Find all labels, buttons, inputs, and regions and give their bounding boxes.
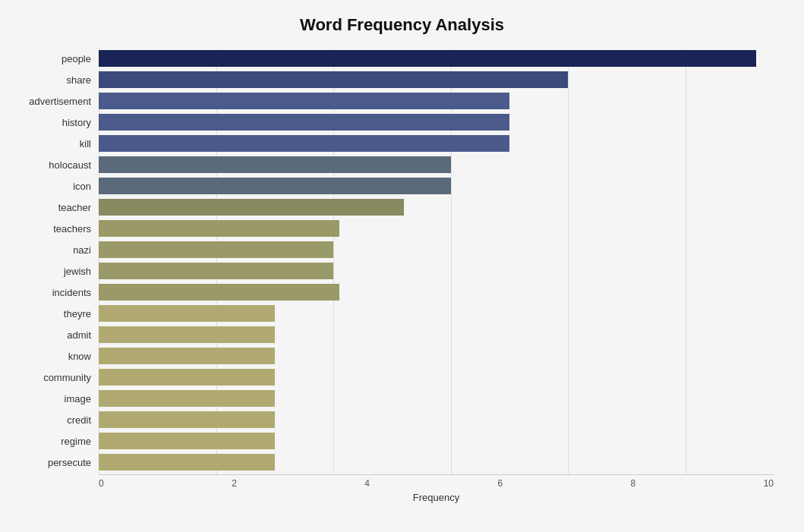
bars-wrapper: peopleshareadvertisementhistorykillholoc… <box>99 49 774 474</box>
bar-label: teacher <box>23 202 99 213</box>
bar-label: people <box>23 53 99 65</box>
bar-track <box>99 50 774 67</box>
bar-row: community <box>99 367 774 387</box>
x-tick: 10 <box>764 478 774 489</box>
bar-fill <box>99 114 509 131</box>
chart-area: peopleshareadvertisementhistorykillholoc… <box>99 49 774 474</box>
bar-row: kill <box>99 134 774 153</box>
bar-label: jewish <box>23 266 99 277</box>
bar-label: know <box>23 351 99 362</box>
x-axis: 0246810 Frequency <box>99 474 774 505</box>
bar-track <box>99 199 774 216</box>
bar-row: image <box>99 389 774 408</box>
chart-container: Word Frequency Analysis peopleshareadver… <box>0 0 804 532</box>
bar-row: admit <box>99 325 774 345</box>
x-tick: 6 <box>497 478 503 489</box>
bar-row: people <box>99 49 774 68</box>
x-axis-line <box>99 474 774 475</box>
bar-fill <box>99 411 275 428</box>
x-tick: 2 <box>232 478 237 489</box>
bar-fill <box>99 284 339 301</box>
bar-fill <box>99 390 275 407</box>
x-axis-label: Frequency <box>99 492 774 503</box>
bar-row: regime <box>99 431 774 451</box>
bar-track <box>99 390 774 407</box>
bar-fill <box>99 305 275 322</box>
bar-label: community <box>23 372 99 383</box>
bar-row: teacher <box>99 197 774 217</box>
bar-label: holocaust <box>23 159 99 171</box>
bar-fill <box>99 433 275 449</box>
bar-track <box>99 220 774 237</box>
bar-label: kill <box>23 138 99 150</box>
bar-label: persecute <box>23 457 99 468</box>
bar-track <box>99 135 774 152</box>
bar-track <box>99 348 774 364</box>
bar-track <box>99 241 774 258</box>
bar-label: credit <box>23 414 99 426</box>
bar-fill <box>99 263 333 279</box>
bar-row: persecute <box>99 452 774 472</box>
bar-track <box>99 93 774 109</box>
bar-row: credit <box>99 410 774 430</box>
x-tick: 0 <box>99 478 104 489</box>
bar-label: share <box>23 74 99 86</box>
bar-track <box>99 326 774 343</box>
chart-title: Word Frequency Analysis <box>30 15 774 35</box>
x-tick: 8 <box>631 478 636 489</box>
bar-track <box>99 263 774 279</box>
bar-label: icon <box>23 181 99 192</box>
bar-row: advertisement <box>99 91 774 111</box>
bar-row: jewish <box>99 261 774 281</box>
bar-label: image <box>23 393 99 405</box>
bar-label: admit <box>23 329 99 341</box>
bar-label: regime <box>23 436 99 447</box>
bar-row: incidents <box>99 282 774 302</box>
bar-track <box>99 454 774 471</box>
bar-fill <box>99 220 339 237</box>
bar-row: holocaust <box>99 155 774 175</box>
bar-fill <box>99 50 756 67</box>
x-tick: 4 <box>364 478 370 489</box>
bar-track <box>99 71 774 88</box>
bar-label: nazi <box>23 244 99 256</box>
bar-track <box>99 305 774 322</box>
bar-fill <box>99 454 275 471</box>
bar-row: share <box>99 70 774 90</box>
bar-track <box>99 369 774 386</box>
bar-row: teachers <box>99 219 774 238</box>
bar-fill <box>99 199 404 216</box>
bar-track <box>99 114 774 131</box>
bar-row: theyre <box>99 304 774 323</box>
bar-fill <box>99 348 275 364</box>
bar-fill <box>99 156 451 173</box>
bar-track <box>99 284 774 301</box>
bar-fill <box>99 71 568 88</box>
bar-fill <box>99 135 509 152</box>
bar-track <box>99 433 774 449</box>
bar-fill <box>99 93 509 109</box>
bar-fill <box>99 326 275 343</box>
bar-label: teachers <box>23 223 99 235</box>
bar-label: incidents <box>23 287 99 298</box>
bar-track <box>99 178 774 194</box>
bar-row: nazi <box>99 240 774 260</box>
bar-row: know <box>99 346 774 366</box>
x-ticks: 0246810 <box>99 475 774 489</box>
bar-row: history <box>99 112 774 132</box>
bar-track <box>99 411 774 428</box>
bar-label: history <box>23 117 99 128</box>
bar-row: icon <box>99 176 774 196</box>
bar-fill <box>99 241 333 258</box>
bar-fill <box>99 369 275 386</box>
bar-track <box>99 156 774 173</box>
bar-label: advertisement <box>23 96 99 107</box>
bar-fill <box>99 178 451 194</box>
bar-label: theyre <box>23 308 99 320</box>
